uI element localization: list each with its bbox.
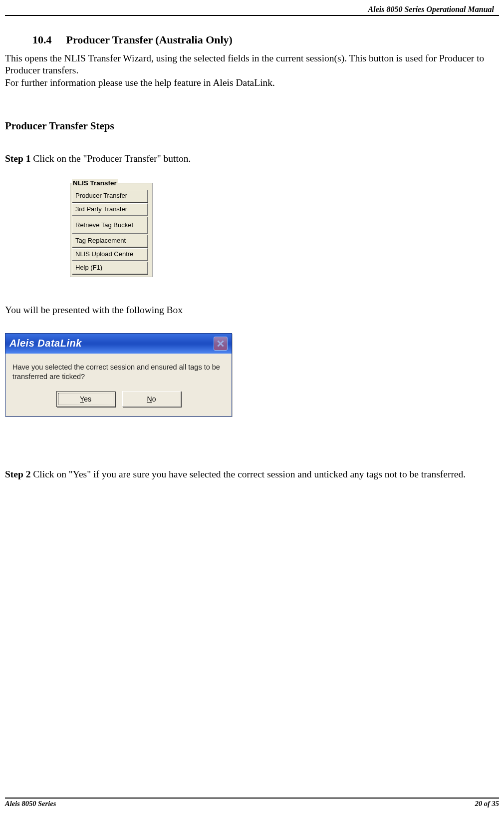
third-party-transfer-button[interactable]: 3rd Party Transfer xyxy=(72,203,148,216)
nlis-fieldset: NLIS Transfer Producer Transfer 3rd Part… xyxy=(70,179,153,277)
step-1: Step 1 Click on the "Producer Transfer" … xyxy=(5,153,499,164)
producer-transfer-button[interactable]: Producer Transfer xyxy=(72,190,148,202)
nlis-upload-centre-button[interactable]: NLIS Upload Centre xyxy=(72,248,148,261)
footer: Aleis 8050 Series 20 of 35 xyxy=(5,798,499,808)
step-1-text: Click on the "Producer Transfer" button. xyxy=(30,153,191,164)
dialog-body: Have you selected the correct session an… xyxy=(5,354,232,416)
tag-replacement-button[interactable]: Tag Replacement xyxy=(72,235,148,247)
step-2-text: Click on "Yes" if you are sure you have … xyxy=(30,469,466,479)
step-2-label: Step 2 xyxy=(5,469,30,479)
retrieve-tag-bucket-button[interactable]: Retrieve Tag Bucket xyxy=(72,217,148,234)
mid-text: You will be presented with the following… xyxy=(5,305,499,316)
section-title: Producer Transfer (Australia Only) xyxy=(66,33,233,46)
footer-left: Aleis 8050 Series xyxy=(5,800,56,808)
dialog-message: Have you selected the correct session an… xyxy=(12,363,225,382)
close-icon[interactable] xyxy=(214,337,228,351)
header-title: Aleis 8050 Series Operational Manual xyxy=(5,5,499,16)
intro-paragraph-1: This opens the NLIS Transfer Wizard, usi… xyxy=(5,52,499,77)
footer-right: 20 of 35 xyxy=(475,800,499,808)
section-number: 10.4 xyxy=(32,33,63,46)
intro-paragraph-2: For further information please use the h… xyxy=(5,77,499,89)
dialog-titlebar: Aleis DataLink xyxy=(5,334,232,354)
no-button[interactable]: No xyxy=(122,391,181,407)
section-heading: 10.4 Producer Transfer (Australia Only) xyxy=(32,33,499,46)
nlis-legend: NLIS Transfer xyxy=(72,179,118,187)
help-button[interactable]: Help (F1) xyxy=(72,262,148,274)
dialog-title: Aleis DataLink xyxy=(9,338,82,349)
nlis-transfer-panel: NLIS Transfer Producer Transfer 3rd Part… xyxy=(70,179,153,277)
step-1-label: Step 1 xyxy=(5,153,30,164)
confirm-dialog: Aleis DataLink Have you selected the cor… xyxy=(5,333,232,416)
yes-button[interactable]: Yes xyxy=(56,391,115,407)
step-2: Step 2 Click on "Yes" if you are sure yo… xyxy=(5,469,499,480)
subheading: Producer Transfer Steps xyxy=(5,120,499,132)
